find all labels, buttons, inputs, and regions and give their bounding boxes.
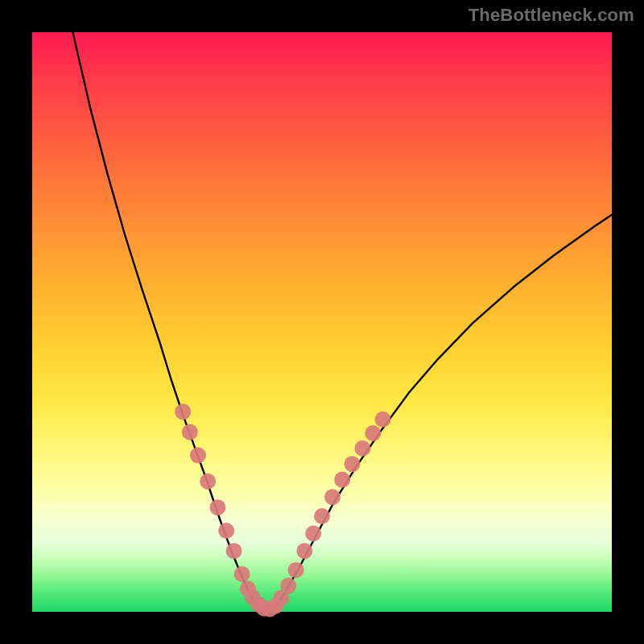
data-marker xyxy=(209,499,225,515)
data-marker xyxy=(365,425,381,441)
data-marker xyxy=(375,411,391,427)
data-marker xyxy=(234,566,250,582)
marker-group xyxy=(175,404,390,617)
data-marker xyxy=(175,404,191,420)
data-marker xyxy=(288,562,304,578)
chart-frame: TheBottleneck.com xyxy=(0,0,644,644)
data-marker xyxy=(305,526,321,542)
bottleneck-curve xyxy=(72,32,612,610)
data-marker xyxy=(344,456,360,472)
data-marker xyxy=(280,578,296,594)
curve-group xyxy=(72,32,612,610)
data-marker xyxy=(226,543,242,559)
data-marker xyxy=(296,543,312,559)
data-marker xyxy=(314,508,330,524)
data-marker xyxy=(218,522,234,539)
data-marker xyxy=(324,489,341,505)
data-marker xyxy=(354,440,370,456)
data-marker xyxy=(200,473,216,489)
data-marker xyxy=(334,472,350,488)
data-marker xyxy=(182,424,198,440)
watermark-text: TheBottleneck.com xyxy=(469,5,634,26)
data-marker xyxy=(190,448,206,464)
chart-svg xyxy=(32,32,612,612)
plot-area xyxy=(32,32,612,612)
